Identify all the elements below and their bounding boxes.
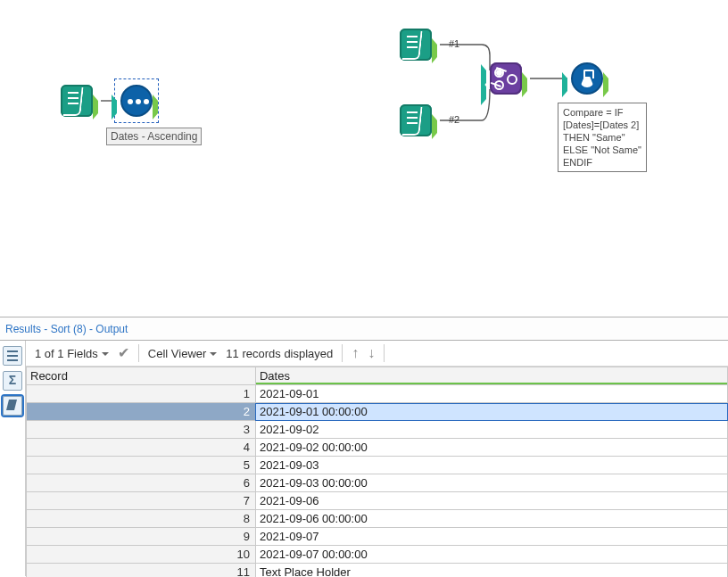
table-row[interactable]: 52021-09-03 bbox=[27, 457, 728, 474]
rail-list-icon[interactable] bbox=[3, 346, 22, 366]
tool-input-2[interactable] bbox=[400, 104, 432, 136]
output-anchor[interactable] bbox=[432, 114, 446, 139]
record-number[interactable]: 1 bbox=[27, 385, 256, 403]
separator bbox=[342, 344, 343, 362]
table-row[interactable]: 11Text Place Holder bbox=[27, 564, 728, 578]
table-row[interactable]: 12021-09-01 bbox=[27, 385, 728, 403]
cell-dates[interactable]: 2021-09-01 bbox=[255, 385, 727, 403]
anchor-tag-2: #2 bbox=[449, 114, 459, 125]
results-header[interactable]: Results - Sort (8) - Output bbox=[0, 317, 728, 341]
separator bbox=[138, 344, 139, 362]
table-row[interactable]: 32021-09-02 bbox=[27, 421, 728, 439]
down-arrow-icon[interactable]: ↓ bbox=[368, 345, 375, 361]
results-pane: 1 of 1 Fields ✔ Cell Viewer 11 records d… bbox=[0, 341, 728, 576]
separator bbox=[384, 344, 385, 362]
cell-dates[interactable]: 2021-09-07 bbox=[255, 528, 727, 546]
record-number[interactable]: 2 bbox=[27, 403, 256, 421]
results-toolbar: 1 of 1 Fields ✔ Cell Viewer 11 records d… bbox=[26, 341, 728, 367]
output-anchor[interactable] bbox=[93, 95, 107, 120]
results-main: 1 of 1 Fields ✔ Cell Viewer 11 records d… bbox=[26, 341, 728, 576]
results-grid[interactable]: Record Dates 12021-09-0122021-09-01 00:0… bbox=[26, 367, 728, 577]
record-number[interactable]: 9 bbox=[27, 528, 256, 546]
cell-dates[interactable]: 2021-09-02 00:00:00 bbox=[255, 439, 727, 457]
table-row[interactable]: 62021-09-03 00:00:00 bbox=[27, 474, 728, 492]
table-row[interactable]: 92021-09-07 bbox=[27, 528, 728, 546]
record-number[interactable]: 11 bbox=[27, 564, 256, 578]
col-dates[interactable]: Dates bbox=[255, 367, 727, 385]
tool-sort[interactable] bbox=[120, 85, 153, 117]
output-anchor[interactable] bbox=[153, 95, 167, 120]
cell-dates[interactable]: 2021-09-06 bbox=[255, 492, 727, 510]
table-row[interactable]: 72021-09-06 bbox=[27, 492, 728, 510]
record-number[interactable]: 4 bbox=[27, 439, 256, 457]
text-input-icon bbox=[400, 104, 432, 136]
cell-dates[interactable]: Text Place Holder bbox=[255, 564, 727, 578]
workflow-canvas[interactable]: Dates - Ascending #1 #2 Compare = IF [Da… bbox=[0, 0, 728, 317]
cell-dates[interactable]: 2021-09-03 00:00:00 bbox=[255, 474, 727, 492]
rail-sigma-icon[interactable] bbox=[3, 371, 22, 391]
cell-dates[interactable]: 2021-09-06 00:00:00 bbox=[255, 510, 727, 528]
formula-annotation: Compare = IF [Dates]=[Dates 2] THEN "Sam… bbox=[558, 103, 647, 172]
rail-data-icon[interactable] bbox=[3, 396, 22, 416]
record-number[interactable]: 7 bbox=[27, 492, 256, 510]
tool-formula[interactable] bbox=[571, 62, 603, 95]
input-anchor[interactable] bbox=[562, 72, 576, 97]
record-number[interactable]: 6 bbox=[27, 474, 256, 492]
text-input-icon bbox=[400, 29, 432, 61]
cell-dates[interactable]: 2021-09-03 bbox=[255, 457, 727, 474]
results-left-rail bbox=[0, 341, 26, 576]
output-anchor[interactable] bbox=[603, 72, 617, 97]
tool-input-left[interactable] bbox=[61, 85, 93, 117]
output-anchor[interactable] bbox=[522, 72, 536, 97]
record-number[interactable]: 8 bbox=[27, 510, 256, 528]
output-anchor[interactable] bbox=[432, 38, 446, 63]
up-arrow-icon[interactable]: ↑ bbox=[352, 345, 359, 361]
fields-check-icon[interactable]: ✔ bbox=[118, 346, 129, 360]
fields-dropdown[interactable]: 1 of 1 Fields bbox=[35, 347, 109, 360]
record-number[interactable]: 10 bbox=[27, 546, 256, 564]
tool-input-1[interactable] bbox=[400, 29, 432, 61]
cell-dates[interactable]: 2021-09-01 00:00:00 bbox=[255, 403, 727, 421]
record-number[interactable]: 5 bbox=[27, 457, 256, 474]
records-count: 11 records displayed bbox=[226, 347, 333, 360]
table-row[interactable]: 22021-09-01 00:00:00 bbox=[27, 403, 728, 421]
cell-dates[interactable]: 2021-09-02 bbox=[255, 421, 727, 439]
sort-label: Dates - Ascending bbox=[106, 128, 202, 145]
input-anchor-bottom[interactable] bbox=[481, 80, 495, 105]
cell-viewer-dropdown[interactable]: Cell Viewer bbox=[148, 347, 218, 360]
tool-join[interactable] bbox=[490, 62, 522, 95]
table-row[interactable]: 102021-09-07 00:00:00 bbox=[27, 546, 728, 564]
text-input-icon bbox=[61, 85, 93, 117]
table-row[interactable]: 42021-09-02 00:00:00 bbox=[27, 439, 728, 457]
cell-dates[interactable]: 2021-09-07 00:00:00 bbox=[255, 546, 727, 564]
input-anchor[interactable] bbox=[112, 95, 126, 120]
anchor-tag-1: #1 bbox=[449, 38, 459, 49]
table-row[interactable]: 82021-09-06 00:00:00 bbox=[27, 510, 728, 528]
record-number[interactable]: 3 bbox=[27, 421, 256, 439]
col-record[interactable]: Record bbox=[27, 367, 256, 385]
